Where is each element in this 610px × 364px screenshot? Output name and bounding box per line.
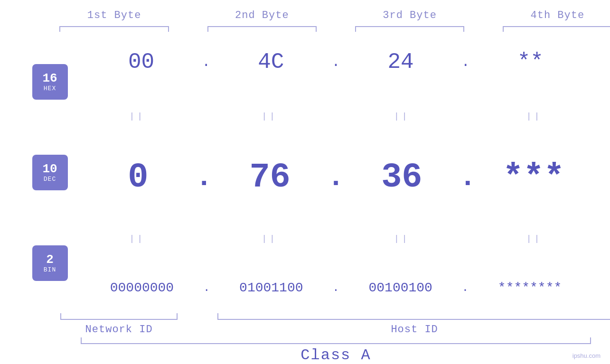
byte1-col: 1st Byte [50,9,178,32]
byte4-col: 4th Byte [493,9,610,32]
sep1-b3: || [346,111,459,122]
watermark: ipshu.com [572,352,601,359]
hex-badge-label: HEX [44,85,56,92]
sep2-b4: || [478,233,591,244]
sep-row-2: || || || || [81,233,591,244]
hex-b4: ** [517,50,544,75]
bin-b1: 00000000 [110,280,174,295]
byte2-label: 2nd Byte [235,9,289,21]
main-container: 1st Byte 2nd Byte 3rd Byte 4th Byte 16 H… [0,0,610,364]
bin-b4-cell: ******** [469,280,591,295]
byte2-bracket-top [207,26,317,32]
dec-b4-cell: *** [476,158,591,197]
hex-b1: 00 [128,50,154,75]
dec-b2: 76 [249,158,290,197]
hex-row: 00 . 4C . 24 . ** [81,50,591,75]
sep2-b1: || [81,233,194,244]
sep-row-1: || || || || [81,111,591,122]
network-id-bracket [60,313,178,320]
dec-b3: 36 [381,158,422,197]
bin-row: 00000000 . 01001100 . 00100100 . *******… [81,280,591,295]
class-label: Class A [300,346,371,364]
byte3-label: 3rd Byte [383,9,437,21]
hex-dot2: . [331,54,340,70]
bin-b4: ******** [498,280,562,295]
bin-dot2: . [332,281,339,294]
dec-badge-label: DEC [44,176,56,183]
hex-dot3: . [461,54,470,70]
dec-b1: 0 [128,158,148,197]
hex-b1-cell: 00 [81,50,202,75]
bin-badge-num: 2 [46,253,54,267]
sep2-b2: || [213,233,327,244]
hex-b3: 24 [388,50,414,75]
values-grid: 00 . 4C . 24 . ** || || [81,32,591,313]
dec-dot2: . [327,161,344,194]
byte1-label: 1st Byte [87,9,141,21]
bin-b2: 01001100 [239,280,303,295]
sep1-b4: || [478,111,591,122]
bin-dot3: . [462,281,469,294]
byte3-col: 3rd Byte [346,9,474,32]
byte1-bracket-top [59,26,169,32]
bottom-bracket-container: Network ID Host ID [50,313,610,336]
host-id-bracket-area: Host ID [207,313,610,336]
sep2-b3: || [346,233,459,244]
byte2-col: 2nd Byte [197,9,326,32]
dec-b1-cell: 0 [81,158,196,197]
byte4-label: 4th Byte [531,9,585,21]
bin-b2-cell: 01001100 [210,280,332,295]
bin-dot1: . [203,281,210,294]
bin-b3-cell: 00100100 [339,280,462,295]
hex-b3-cell: 24 [340,50,461,75]
hex-dot1: . [202,54,210,70]
class-row: Class A [19,337,591,364]
host-id-label: Host ID [391,324,438,336]
dec-badge: 10 DEC [32,155,68,190]
hex-b2-cell: 4C [210,50,331,75]
bin-badge: 2 BIN [32,245,68,281]
hex-b4-cell: ** [470,50,591,75]
header-row: 1st Byte 2nd Byte 3rd Byte 4th Byte [50,9,610,32]
dec-b2-cell: 76 [213,158,328,197]
sep1-b2: || [213,111,327,122]
class-bracket [81,337,591,344]
hex-badge-num: 16 [42,72,57,85]
bin-badge-label: BIN [44,266,56,273]
dec-row: 0 . 76 . 36 . *** [81,158,591,197]
content-area: 16 HEX 10 DEC 2 BIN 00 . 4C [19,32,591,313]
badge-col: 16 HEX 10 DEC 2 BIN [19,32,81,313]
dec-b4: *** [503,158,564,197]
dec-dot1: . [196,161,213,194]
hex-b2: 4C [258,50,284,75]
sep1-b1: || [81,111,194,122]
bin-b1-cell: 00000000 [81,280,203,295]
network-id-label: Network ID [85,324,153,336]
dec-badge-num: 10 [42,162,57,176]
byte4-bracket-top [503,26,610,32]
byte3-bracket-top [355,26,465,32]
dec-b3-cell: 36 [345,158,460,197]
network-id-bracket-area: Network ID [50,313,188,336]
bin-b3: 00100100 [368,280,432,295]
dec-dot3: . [459,161,476,194]
host-id-bracket [217,313,610,320]
hex-badge: 16 HEX [32,64,68,100]
